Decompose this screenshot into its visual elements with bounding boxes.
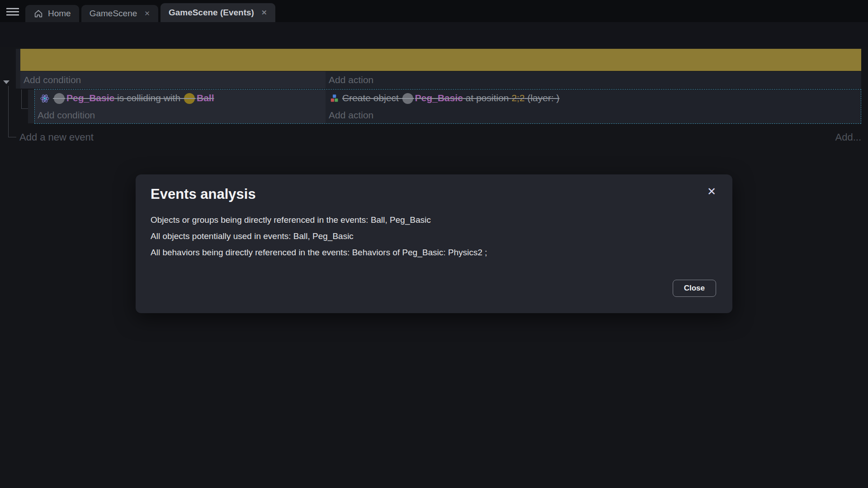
- analysis-line-objects-referenced: Objects or groups being directly referen…: [151, 215, 431, 225]
- subevent-conditions-cell: Peg_Basic is colliding with Ball Add con…: [35, 89, 326, 123]
- home-icon: [33, 9, 43, 19]
- condition-row[interactable]: Peg_Basic is colliding with Ball: [35, 89, 326, 107]
- subevent-actions-cell: Create object Peg_Basic at position 2;2 …: [326, 89, 861, 123]
- collapse-triangle-icon[interactable]: [3, 80, 9, 84]
- add-condition-button[interactable]: Add condition: [38, 110, 95, 121]
- tree-line: [21, 89, 22, 108]
- add-more-button[interactable]: Add...: [835, 131, 861, 143]
- add-condition-row[interactable]: Add condition: [35, 107, 326, 123]
- menu-icon[interactable]: [6, 8, 19, 16]
- object-icon-ball: [184, 93, 195, 104]
- tab-gamescene-events[interactable]: GameScene (Events) ✕: [160, 3, 275, 22]
- toolbar: Preview Publish: [0, 22, 868, 47]
- comment-event-bar[interactable]: [20, 49, 861, 71]
- tab-label: Home: [48, 9, 71, 19]
- selected-event[interactable]: Peg_Basic is colliding with Ball Add con…: [34, 89, 861, 124]
- tab-label: GameScene: [90, 9, 137, 19]
- tab-bar: Home GameScene ✕ GameScene (Events) ✕: [0, 0, 868, 22]
- condition-text: Peg_Basic is colliding with Ball: [53, 93, 214, 104]
- close-button[interactable]: Close: [673, 280, 716, 297]
- object-icon-peg-basic: [54, 93, 65, 104]
- close-icon[interactable]: ✕: [707, 185, 716, 198]
- add-condition-button[interactable]: Add condition: [24, 75, 81, 85]
- add-action-button[interactable]: Add action: [329, 110, 373, 121]
- action-row[interactable]: Create object Peg_Basic at position 2;2 …: [326, 89, 861, 107]
- tab-home[interactable]: Home: [25, 5, 79, 22]
- add-new-event-button[interactable]: Add a new event: [19, 131, 94, 143]
- event-grip[interactable]: [16, 49, 20, 89]
- create-object-icon: [329, 93, 340, 103]
- tree-line: [8, 86, 9, 137]
- tree-line: [21, 108, 28, 109]
- tab-close-icon[interactable]: ✕: [144, 9, 150, 18]
- add-action-button[interactable]: Add action: [329, 75, 373, 85]
- analysis-line-objects-used: All objects potentially used in events: …: [151, 231, 354, 241]
- tab-close-icon[interactable]: ✕: [261, 9, 267, 17]
- event-actions-cell: Add action: [326, 71, 861, 89]
- events-analysis-dialog: Events analysis ✕ Objects or groups bein…: [136, 174, 732, 313]
- tree-line: [8, 137, 16, 137]
- object-icon-peg-basic: [402, 93, 413, 104]
- action-text: Create object Peg_Basic at position 2;2 …: [342, 93, 560, 104]
- tab-label: GameScene (Events): [169, 8, 254, 18]
- dialog-title: Events analysis: [151, 186, 256, 202]
- analysis-line-behaviors: All behaviors being directly referenced …: [151, 248, 487, 258]
- add-action-row[interactable]: Add action: [326, 107, 861, 123]
- subevent-grip[interactable]: [28, 89, 34, 123]
- physics-behavior-icon: [39, 93, 50, 104]
- tab-gamescene[interactable]: GameScene ✕: [81, 5, 158, 22]
- event-conditions-cell: Add condition: [20, 71, 326, 89]
